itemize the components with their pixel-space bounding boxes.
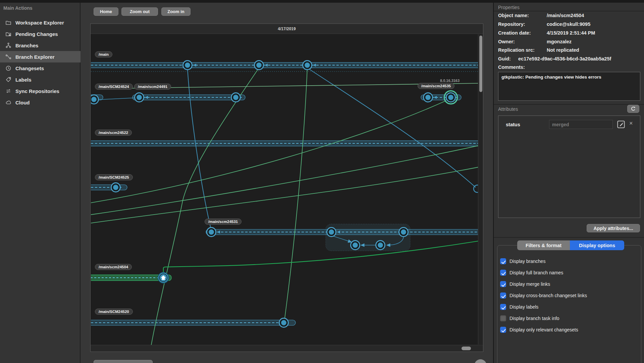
checkbox[interactable]	[500, 327, 506, 333]
option-display-labels[interactable]: Display labels	[500, 304, 538, 310]
edit-icon	[616, 120, 626, 129]
sidebar-item-label: Branch Explorer	[15, 54, 55, 60]
refresh-icon	[631, 106, 636, 111]
track-arrows	[145, 64, 437, 234]
separator	[494, 237, 644, 238]
sidebar-item-label: Changesets	[15, 65, 44, 71]
option-display-branches[interactable]: Display branches	[500, 258, 545, 264]
date-header: 4/17/2019	[91, 24, 483, 34]
attribute-value-input[interactable]	[549, 120, 613, 129]
changeset-node[interactable]	[255, 61, 264, 70]
zoom-in-button[interactable]: Zoom in	[161, 7, 191, 16]
branch-label[interactable]: /main/SCM24524	[95, 84, 133, 90]
tab-display-options[interactable]: Display options	[570, 240, 624, 250]
changeset-node[interactable]	[376, 241, 385, 250]
sidebar-item-branch-explorer[interactable]: Branch Explorer	[0, 51, 80, 62]
changeset-node[interactable]	[111, 183, 120, 192]
option-display-branch-task-info[interactable]: Display branch task info	[500, 315, 559, 321]
branch-explorer-canvas[interactable]: 4/17/2019	[90, 24, 483, 352]
bottom-partial-button[interactable]	[94, 360, 153, 363]
changeset-node[interactable]	[424, 93, 433, 102]
date-header-label: 4/17/2019	[278, 27, 296, 31]
remove-attribute-button[interactable]: ×	[629, 120, 633, 127]
vertical-scrollbar[interactable]	[478, 34, 483, 345]
branch-explorer-icon	[5, 54, 11, 60]
version-label[interactable]: 8.0.16.3163	[440, 79, 460, 83]
workspace-changeset-node-home[interactable]	[158, 272, 169, 283]
option-display-only-relevant-changesets[interactable]: Display only relevant changesets	[500, 327, 578, 333]
changeset-node[interactable]	[231, 93, 240, 102]
sidebar-item-sync-repositories[interactable]: Sync Repositories	[0, 85, 80, 97]
branches-icon	[5, 42, 11, 48]
home-button[interactable]: Home	[94, 7, 118, 16]
branch-track-scm24524	[91, 95, 245, 100]
sidebar-item-workspace-explorer[interactable]: Workspace Explorer	[0, 17, 80, 28]
changeset-node[interactable]	[91, 95, 99, 104]
sync-icon	[5, 88, 11, 94]
edge-changeset-ring	[474, 185, 478, 192]
changeset-node[interactable]	[327, 228, 336, 237]
sidebar-item-cloud[interactable]: Cloud	[0, 97, 80, 108]
tag-icon	[5, 77, 11, 83]
edit-attribute-button[interactable]	[616, 120, 626, 129]
sidebar-item-label: Cloud	[15, 100, 30, 105]
checkbox[interactable]	[500, 292, 506, 299]
attributes-box: status ×	[498, 116, 640, 218]
branch-track-scm24525	[91, 185, 127, 190]
checkbox[interactable]	[500, 281, 506, 287]
sidebar-item-label: Branches	[15, 43, 38, 48]
checkbox[interactable]	[500, 258, 506, 264]
changeset-node[interactable]	[399, 228, 408, 237]
checkbox[interactable]	[500, 304, 506, 310]
changeset-node[interactable]	[303, 61, 312, 70]
branch-label[interactable]: /main/scm24522	[95, 130, 132, 136]
separator	[494, 11, 644, 11]
bottom-partial-circle-button[interactable]	[474, 359, 487, 363]
branch-label[interactable]: /main/scm24504	[95, 264, 132, 270]
attribute-name: status	[506, 122, 520, 127]
sidebar-item-changesets[interactable]: Changesets	[0, 62, 80, 74]
zoom-out-button[interactable]: Zoom out	[121, 7, 158, 16]
sidebar-item-branches[interactable]: Branches	[0, 40, 80, 51]
branch-label[interactable]: /main/scm24531	[205, 219, 241, 225]
branch-label[interactable]: /main/SCM24520	[95, 309, 133, 315]
option-display-full-branch-names[interactable]: Display full branch names	[500, 270, 563, 276]
changeset-node[interactable]	[279, 318, 288, 327]
sidebar-item-label: Sync Repositories	[15, 88, 59, 94]
refresh-attributes-button[interactable]	[627, 105, 639, 113]
tab-filters-format[interactable]: Filters & format	[517, 240, 570, 250]
changeset-node[interactable]	[135, 93, 144, 102]
changeset-node[interactable]	[183, 61, 192, 70]
horizontal-scrollbar-thumb[interactable]	[462, 347, 471, 350]
changeset-node[interactable]	[207, 228, 216, 237]
property-creation-date: Creation date: 4/15/2019 2:51:44 PM	[498, 30, 640, 37]
branch-graph[interactable]	[91, 34, 478, 345]
sidebar-item-pending-changes[interactable]: Pending Changes	[0, 28, 80, 40]
changeset-node[interactable]	[351, 241, 360, 250]
branch-label[interactable]: /main/SCM24525	[95, 174, 133, 180]
option-display-merge-links[interactable]: Display merge links	[500, 281, 550, 287]
changeset-node-selected[interactable]	[444, 91, 458, 104]
attributes-title: Attributes	[498, 106, 518, 112]
merge-links	[91, 68, 478, 345]
sidebar-title: Main Actions	[3, 5, 33, 11]
branch-label[interactable]: /main/scm24491	[134, 84, 171, 90]
apply-attributes-button[interactable]: Apply attributes...	[587, 224, 640, 232]
branch-label[interactable]: /main/scm24535	[418, 83, 454, 89]
branch-track-main	[91, 62, 478, 72]
vertical-scrollbar-thumb[interactable]	[479, 36, 482, 92]
horizontal-scrollbar[interactable]	[91, 345, 483, 352]
properties-title: Properties	[498, 5, 520, 10]
branch-label[interactable]: /main	[95, 51, 112, 57]
checkbox[interactable]	[500, 315, 506, 321]
changeset-nodes[interactable]	[91, 61, 458, 327]
sidebar-item-label: Labels	[15, 77, 32, 83]
folder-icon	[5, 19, 11, 26]
sidebar-item-labels[interactable]: Labels	[0, 74, 80, 85]
checkbox[interactable]	[500, 270, 506, 276]
sidebar-item-label: Pending Changes	[15, 31, 58, 37]
property-replication-src: Replication src: Not replicated	[498, 47, 640, 54]
changeset-group-region	[326, 224, 410, 251]
option-display-cross-branch-changeset-links[interactable]: Display cross-branch changeset links	[500, 292, 587, 299]
property-guid: Guid: ec17e592-d9ac-4536-b6cd-3a20aab5a2…	[498, 56, 640, 63]
